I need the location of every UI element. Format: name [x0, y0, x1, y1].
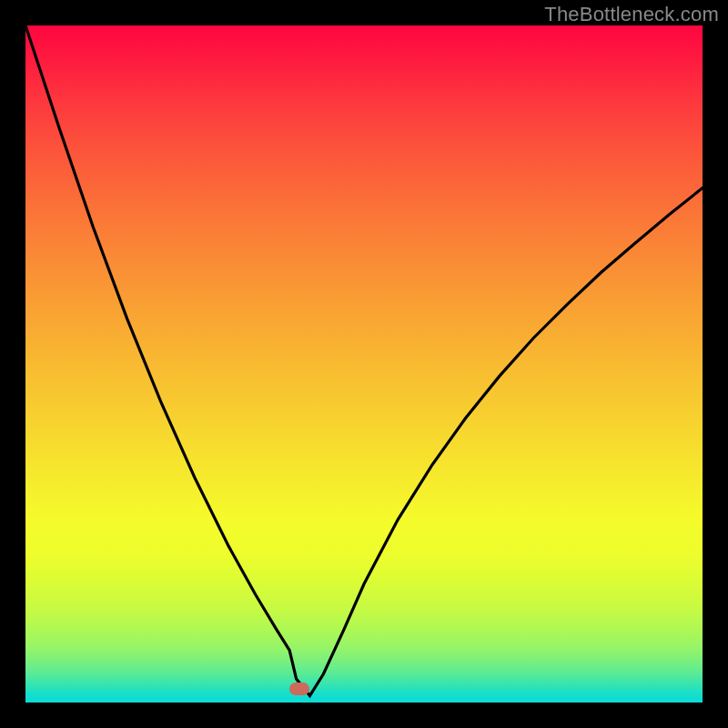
bottleneck-curve — [25, 25, 703, 703]
bottleneck-marker — [289, 682, 309, 695]
outer-frame: TheBottleneck.com — [0, 0, 728, 728]
watermark-text: TheBottleneck.com — [544, 3, 719, 26]
plot-area — [25, 25, 703, 703]
